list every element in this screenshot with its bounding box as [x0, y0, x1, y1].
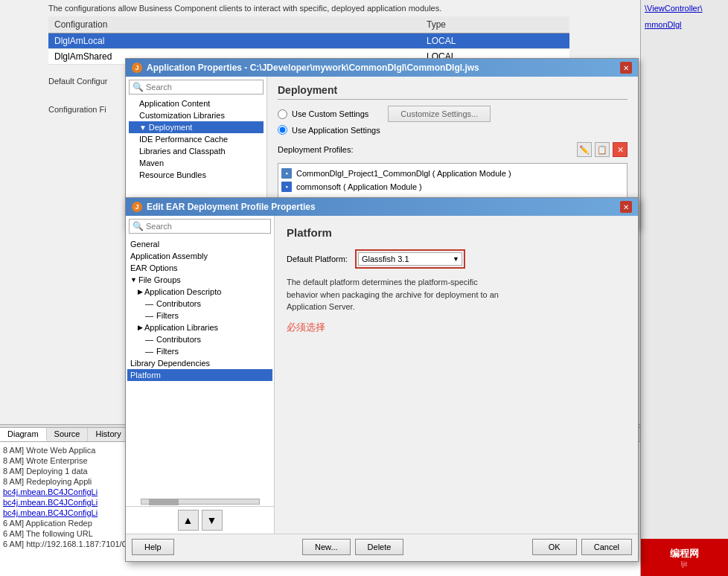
app-props-search-input[interactable] [146, 83, 260, 92]
profile-name-2: commonsoft ( Application Module ) [296, 182, 422, 191]
customize-settings-button[interactable]: Customize Settings... [388, 106, 491, 122]
dash-icon2: — [145, 311, 153, 320]
profiles-header: Deployment Profiles: ✏️ 📋 ✕ [278, 142, 628, 160]
ear-title: Edit EAR Deployment Profile Properties [147, 202, 316, 212]
delete-profile-button[interactable]: ✕ [613, 142, 628, 157]
radio-group: Use Custom Settings Customize Settings..… [278, 106, 628, 135]
radio-app-settings[interactable] [278, 125, 287, 135]
table-row[interactable]: DlglAmLocal LOCAL [48, 33, 569, 49]
config-file-label: Configuration Fi [48, 103, 108, 116]
profile-icon-1: ▪ [281, 168, 292, 179]
ear-content: 🔍 General Application Assembly EAR Optio… [126, 216, 638, 534]
must-select-text: 必须选择 [287, 321, 626, 334]
right-panel: \ViewController\ mmonDlgl 编程网 ljit [640, 0, 728, 576]
profile-icon-2: ▪ [281, 182, 292, 192]
profiles-toolbar: ✏️ 📋 ✕ [577, 142, 628, 157]
tree-item-app-content[interactable]: Application Content [129, 97, 264, 109]
tree-item-maven[interactable]: Maven [129, 157, 264, 169]
ide-description: The configurations allow Business Compon… [48, 4, 569, 13]
move-up-button[interactable]: ▲ [178, 510, 199, 531]
ear-search-input[interactable] [146, 222, 267, 231]
scrollbar-track[interactable] [141, 499, 260, 505]
help-button[interactable]: Help [132, 539, 174, 555]
ear-tree-filters-2[interactable]: — Filters [127, 345, 272, 357]
tree-expand-icon: ▼ [139, 124, 149, 132]
platform-select-container: Glassfish 3.1 WebLogic 12c WebSphere 8.5 [358, 252, 462, 266]
ear-tree-general[interactable]: General [127, 238, 272, 250]
logo-area: 编程网 ljit [640, 539, 728, 576]
ear-search-container[interactable]: 🔍 [129, 219, 271, 234]
tab-history[interactable]: History [88, 428, 129, 441]
tab-source[interactable]: Source [47, 428, 89, 441]
table-header: Configuration Type [48, 16, 569, 33]
tree-item-libs-classpath[interactable]: Libraries and Classpath [129, 145, 264, 157]
add-profile-button[interactable]: 📋 [595, 142, 610, 157]
ear-tree-contributors-2[interactable]: — Contributors [127, 333, 272, 345]
ear-bottom-right: New... Delete [302, 539, 403, 555]
right-panel-link-2[interactable]: mmonDlgl [641, 16, 728, 33]
app-props-close-button[interactable]: ✕ [620, 62, 632, 74]
cancel-button[interactable]: Cancel [581, 539, 632, 555]
ear-main: Platform Default Platform: Glassfish 3.1… [275, 216, 638, 534]
ok-cancel-buttons: OK Cancel [532, 539, 632, 555]
profile-name-1: CommonDlgl_Project1_CommonDlgl ( Applica… [296, 169, 511, 178]
platform-label: Default Platform: [287, 255, 348, 263]
tree-item-resource-bundles[interactable]: Resource Bundles [129, 169, 264, 181]
delete-button[interactable]: Delete [355, 539, 404, 555]
radio-app-row: Use Application Settings [278, 125, 628, 135]
move-down-button[interactable]: ▼ [202, 510, 223, 531]
platform-select-wrapper: Glassfish 3.1 WebLogic 12c WebSphere 8.5 [355, 249, 465, 269]
tree-item-custom-libs[interactable]: Customization Libraries [129, 109, 264, 121]
scrollbar-thumb[interactable] [149, 499, 179, 505]
ear-tree-filters-1[interactable]: — Filters [127, 310, 272, 321]
ear-sidebar-buttons: ▲ ▼ [126, 506, 274, 534]
dash-icon3: — [145, 335, 153, 344]
titlebar-left: J Application Properties - C:\JDeveloper… [132, 63, 479, 73]
platform-row: Default Platform: Glassfish 3.1 WebLogic… [287, 249, 626, 269]
radio-custom-settings[interactable] [278, 109, 287, 119]
ear-app-icon: J [132, 202, 142, 212]
profile-item-1[interactable]: ▪ CommonDlgl_Project1_CommonDlgl ( Appli… [281, 167, 624, 180]
ear-body: 🔍 General Application Assembly EAR Optio… [126, 216, 638, 560]
radio-app-label: Use Application Settings [292, 126, 380, 135]
logo: 编程网 ljit [670, 547, 699, 568]
new-button[interactable]: New... [302, 539, 351, 555]
ear-tree-app-libraries[interactable]: ▶ Application Libraries [127, 321, 272, 333]
ear-tree-ear-options[interactable]: EAR Options [127, 262, 272, 274]
search-icon: 🔍 [132, 82, 144, 92]
platform-description: The default platform determines the plat… [287, 276, 510, 313]
ear-bottom-bar: Help New... Delete OK Cancel [126, 534, 638, 560]
expand-icon: ▼ [130, 276, 137, 284]
ok-button[interactable]: OK [532, 539, 577, 555]
profiles-box: ▪ CommonDlgl_Project1_CommonDlgl ( Appli… [278, 163, 628, 200]
app-props-search-container[interactable]: 🔍 [129, 80, 264, 95]
ear-dialog: J Edit EAR Deployment Profile Properties… [125, 197, 639, 562]
tree-item-ide-perf[interactable]: IDE Performance Cache [129, 133, 264, 145]
expand-icon3: ▶ [138, 324, 143, 331]
ear-tree-file-groups[interactable]: ▼ File Groups [127, 274, 272, 286]
ear-tree-platform[interactable]: Platform [127, 369, 272, 381]
ear-close-button[interactable]: ✕ [620, 201, 632, 213]
ear-tree-lib-deps[interactable]: Library Dependencies [127, 357, 272, 369]
dash-icon4: — [145, 347, 153, 356]
config-header: Configuration [54, 19, 427, 30]
sidebar-scrollbar [126, 497, 274, 506]
app-props-title: Application Properties - C:\JDeveloper\m… [147, 63, 479, 73]
profile-item-2[interactable]: ▪ commonsoft ( Application Module ) [281, 180, 624, 193]
edit-profile-button[interactable]: ✏️ [577, 142, 592, 157]
ear-tree-contributors-1[interactable]: — Contributors [127, 298, 272, 310]
default-config-label: Default Configur [48, 74, 108, 88]
ear-search-icon: 🔍 [132, 221, 144, 231]
ear-tree-app-assembly[interactable]: Application Assembly [127, 250, 272, 262]
ear-tree-app-descriptor[interactable]: ▶ Application Descripto [127, 286, 272, 298]
deployment-section-title: Deployment [278, 84, 628, 100]
tab-diagram[interactable]: Diagram [0, 428, 47, 441]
logo-sub: ljit [670, 560, 699, 568]
radio-custom-row: Use Custom Settings Customize Settings..… [278, 106, 628, 122]
sidebar-labels: Default Configur Configuration Fi [48, 74, 108, 116]
tree-item-deployment[interactable]: ▼ Deployment [129, 121, 264, 133]
platform-select[interactable]: Glassfish 3.1 WebLogic 12c WebSphere 8.5 [358, 252, 462, 266]
right-panel-link-1[interactable]: \ViewController\ [641, 0, 728, 16]
type-header: Type [427, 19, 446, 30]
app-props-titlebar: J Application Properties - C:\JDeveloper… [126, 59, 638, 77]
